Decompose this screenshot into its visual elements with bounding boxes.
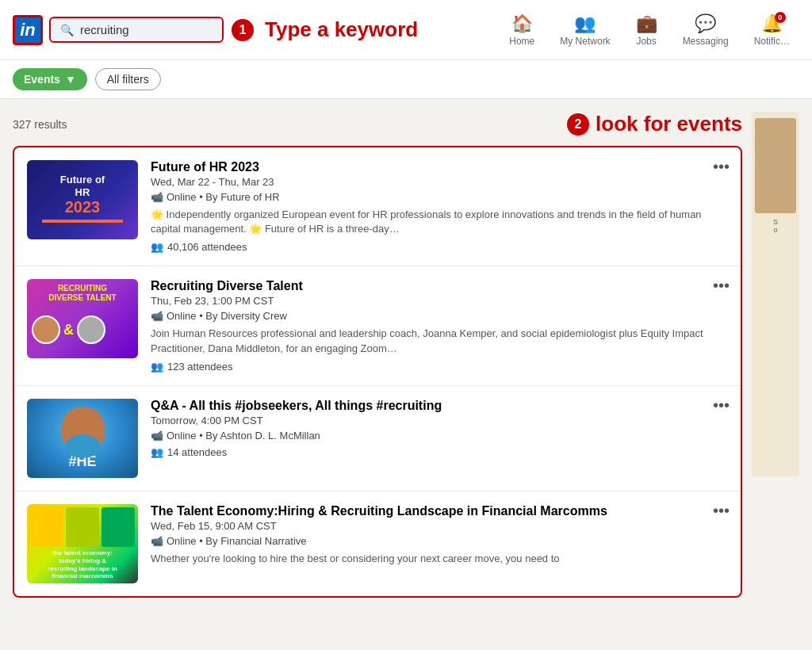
nav-jobs-label: Jobs	[636, 36, 656, 47]
event-thumbnail: the talent economy:today's hiring &recru…	[27, 504, 138, 583]
event-title: The Talent Economy:Hiring & Recruiting L…	[151, 504, 728, 518]
event-location: 📹 Online • By Financial Narrative	[151, 535, 728, 547]
more-options-button[interactable]: •••	[713, 159, 730, 174]
right-sidebar: So	[752, 112, 799, 476]
nav-notifications[interactable]: 🔔 0 Notific…	[745, 10, 799, 50]
event-date: Thu, Feb 23, 1:00 PM CST	[151, 295, 728, 307]
type-keyword-label: Type a keyword	[265, 17, 418, 42]
event-body: The Talent Economy:Hiring & Recruiting L…	[151, 504, 728, 571]
sidebar-ad-image	[755, 118, 796, 213]
nav-home[interactable]: 🏠 Home	[500, 10, 544, 50]
table-row[interactable]: #HE Q&A - All this #jobseekers, All thin…	[14, 386, 741, 491]
nav-notifications-label: Notific…	[754, 36, 790, 47]
event-description: 🌟 Independently organized European event…	[151, 208, 728, 236]
results-count: 327 results	[13, 118, 67, 131]
host-avatar-1	[32, 315, 60, 344]
event-date: Tomorrow, 4:00 PM CST	[151, 415, 728, 426]
step1-badge: 1	[232, 19, 254, 41]
messaging-icon: 💬	[695, 13, 716, 34]
linkedin-logo[interactable]: in	[13, 15, 43, 45]
table-row[interactable]: RECRUITINGDIVERSE TALENT & Recruiting Di…	[14, 266, 741, 385]
nav-jobs[interactable]: 💼 Jobs	[626, 10, 667, 50]
main-content: 327 results 2 look for events Future ofH…	[0, 99, 812, 610]
event-body: Q&A - All this #jobseekers, All things #…	[151, 399, 728, 458]
attendees-icon: 👥	[151, 361, 163, 373]
event-title: Future of HR 2023	[151, 160, 728, 174]
video-camera-icon: 📹	[151, 310, 163, 322]
all-filters-button[interactable]: All filters	[95, 68, 161, 90]
home-icon: 🏠	[511, 13, 533, 34]
notifications-icon: 🔔 0	[761, 13, 783, 34]
top-navigation: in 🔍 recruiting 1 Type a keyword 🏠 Home …	[0, 0, 812, 60]
events-chevron-icon: ▼	[65, 73, 76, 86]
step2-badge: 2	[567, 113, 589, 136]
event-description: Whether you're looking to hire the best …	[151, 552, 728, 566]
event-description: Join Human Resources professional and le…	[151, 327, 728, 355]
more-options-button[interactable]: •••	[713, 277, 730, 293]
jobs-icon: 💼	[636, 13, 657, 34]
host-avatar-2	[77, 315, 105, 344]
event-body: Future of HR 2023 Wed, Mar 22 - Thu, Mar…	[151, 160, 728, 253]
event-location: 📹 Online • By Future of HR	[151, 191, 728, 203]
results-list: Future ofHR 2023 Future of HR 2023 Wed, …	[13, 146, 742, 598]
nav-home-label: Home	[509, 36, 534, 47]
event-title: Recruiting Diverse Talent	[151, 279, 728, 293]
event-date: Wed, Feb 15, 9:00 AM CST	[151, 520, 728, 532]
sidebar-ad-text: So	[755, 218, 796, 234]
search-input[interactable]: recruiting	[80, 23, 213, 36]
event-thumbnail: RECRUITINGDIVERSE TALENT &	[27, 279, 138, 358]
more-options-button[interactable]: •••	[713, 503, 730, 518]
video-camera-icon: 📹	[151, 535, 163, 547]
attendees-icon: 👥	[151, 446, 163, 458]
attendees-icon: 👥	[151, 241, 163, 253]
filter-bar: Events ▼ All filters	[0, 60, 812, 99]
nav-right: 🏠 Home 👥 My Network 💼 Jobs 💬 Messaging 🔔…	[500, 10, 799, 50]
event-location: 📹 Online • By Diversity Crew	[151, 310, 728, 322]
my-network-icon: 👥	[574, 13, 596, 34]
results-section: 327 results 2 look for events Future ofH…	[13, 112, 742, 598]
events-button[interactable]: Events ▼	[13, 68, 87, 90]
video-camera-icon: 📹	[151, 430, 163, 442]
event-title: Q&A - All this #jobseekers, All things #…	[151, 399, 728, 413]
look-for-events-label: look for events	[596, 112, 742, 136]
video-camera-icon: 📹	[151, 191, 163, 203]
table-row[interactable]: Future ofHR 2023 Future of HR 2023 Wed, …	[14, 147, 741, 266]
results-header: 327 results 2 look for events	[13, 112, 742, 136]
search-icon: 🔍	[60, 24, 74, 36]
event-attendees: 👥 123 attendees	[151, 361, 728, 373]
event-location: 📹 Online • By Ashton D. L. McMillan	[151, 430, 728, 442]
notification-badge: 0	[775, 12, 786, 23]
nav-my-network-label: My Network	[560, 36, 610, 47]
event-attendees: 👥 14 attendees	[151, 446, 728, 458]
event-body: Recruiting Diverse Talent Thu, Feb 23, 1…	[151, 279, 728, 372]
more-options-button[interactable]: •••	[713, 397, 730, 413]
event-attendees: 👥 40,106 attendees	[151, 241, 728, 253]
search-box: 🔍 recruiting	[49, 17, 224, 43]
nav-my-network[interactable]: 👥 My Network	[550, 10, 619, 50]
event-thumbnail: Future ofHR 2023	[27, 160, 138, 239]
event-date: Wed, Mar 22 - Thu, Mar 23	[151, 176, 728, 188]
nav-messaging-label: Messaging	[683, 36, 729, 47]
step2-area: 2 look for events	[559, 112, 742, 136]
table-row[interactable]: the talent economy:today's hiring &recru…	[14, 491, 741, 596]
event-thumbnail: #HE	[27, 399, 138, 478]
nav-messaging[interactable]: 💬 Messaging	[673, 10, 738, 50]
